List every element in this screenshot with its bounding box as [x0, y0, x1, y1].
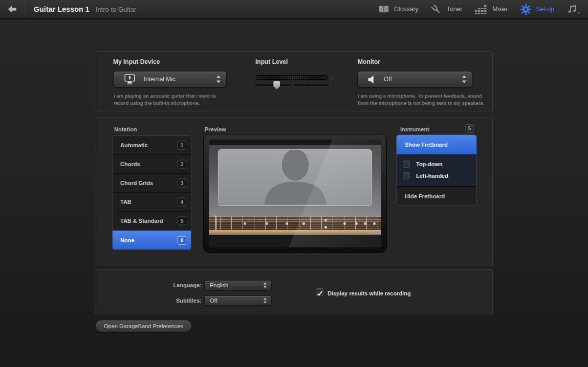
monitor-value: Off [384, 76, 392, 83]
show-fretboard-button[interactable]: Show Fretboard [397, 135, 476, 154]
titlebar: Guitar Lesson 1 Intro to Guitar Glossary… [0, 0, 588, 19]
back-arrow-icon [7, 5, 17, 14]
fret-dot [373, 222, 376, 225]
notation-item-label: Chords [120, 161, 140, 167]
input-device-value: Internal Mic [144, 76, 176, 83]
notation-item-tab[interactable]: TAB 4 [113, 193, 191, 212]
monitor-dropdown[interactable]: Off [357, 71, 472, 87]
notation-item-chord-grids[interactable]: Chord Grids 3 [113, 174, 191, 193]
nav-setup-label: Set-up [536, 6, 554, 13]
key-badge: 0 [178, 236, 186, 244]
hide-fretboard-button[interactable]: Hide Fretboard [397, 186, 476, 205]
language-label: Language: [150, 282, 202, 288]
teacher-video-placeholder [218, 149, 372, 206]
nav-tuner[interactable]: Tuner [430, 4, 462, 15]
notation-item-label: Chord Grids [120, 180, 153, 186]
audio-setup-panel: My Input Device Internal Mic I am playin… [95, 51, 493, 111]
guitar-fretboard [209, 216, 381, 230]
nav-mixer-label: Mixer [492, 6, 507, 13]
fretboard-options: Top-down Left-handed [397, 154, 476, 186]
notation-item-tab-standard[interactable]: TAB & Standard 5 [113, 212, 191, 231]
subtitles-dropdown[interactable]: Off [204, 295, 272, 306]
input-level-meter [255, 75, 328, 80]
key-badge: 5 [178, 217, 186, 225]
stepper-arrows-icon [264, 283, 267, 288]
mixer-icon [474, 4, 488, 14]
preview-top-strip [209, 140, 381, 145]
stepper-arrows-icon [216, 76, 221, 83]
subtitles-value: Off [210, 297, 217, 304]
fret-dot [266, 222, 268, 225]
fret-dot [244, 222, 246, 225]
notation-item-none[interactable]: None 0 [113, 231, 191, 249]
notation-item-chords[interactable]: Chords 2 [113, 155, 191, 174]
nav-glossary[interactable]: Glossary [378, 5, 418, 14]
book-icon [378, 5, 389, 14]
preview-screen [209, 140, 381, 247]
left-handed-checkbox[interactable] [403, 172, 410, 179]
top-down-label: Top-down [416, 161, 443, 167]
subtitles-label: Subtitles: [150, 297, 202, 304]
input-level-heading: Input Level [255, 58, 288, 65]
instrument-heading: Instrument [400, 126, 429, 132]
nav-setup[interactable]: Set-up [520, 4, 554, 15]
display-results-checkbox[interactable] [316, 288, 323, 296]
notation-item-label: TAB [120, 199, 132, 205]
back-button[interactable] [0, 0, 25, 18]
option-left-handed: Left-handed [397, 170, 476, 181]
input-device-description: I am playing an acoustic guitar that I w… [114, 93, 232, 107]
input-device-dropdown[interactable]: Internal Mic [113, 71, 227, 87]
notation-item-label: TAB & Standard [120, 218, 163, 224]
gear-icon [520, 4, 532, 15]
slider-tick [311, 84, 311, 86]
lesson-display-panel: Notation Automatic 1 Chords 2 Chord Grid… [95, 118, 493, 266]
option-top-down: Top-down [397, 158, 476, 170]
slider-tick [329, 84, 330, 86]
notation-item-label: Automatic [120, 142, 148, 148]
preview-bottom-bar [209, 235, 381, 247]
open-preferences-label: Open GarageBand Preferences [104, 323, 183, 329]
key-badge: 3 [178, 179, 186, 188]
fret-dot [355, 222, 358, 225]
tuning-fork-icon [430, 4, 442, 15]
key-badge: 2 [178, 160, 186, 169]
lesson-title: Guitar Lesson 1 [34, 5, 90, 13]
stepper-arrows-icon [462, 76, 467, 83]
open-preferences-button[interactable]: Open GarageBand Preferences [95, 320, 192, 332]
language-panel: Language: English Subtitles: Off Display… [95, 269, 493, 314]
key-badge: 1 [178, 141, 186, 150]
stepper-arrows-icon [264, 298, 267, 304]
fret-dot [324, 219, 327, 221]
music-notes-icon [567, 4, 580, 15]
language-value: English [210, 282, 228, 288]
video-preview [204, 134, 386, 253]
input-level-slider[interactable] [255, 84, 330, 86]
lesson-subtitle: Intro to Guitar [96, 6, 136, 13]
instrument-card: Show Fretboard Top-down [397, 135, 476, 205]
display-mic-icon [123, 74, 137, 85]
guitar-neck [209, 230, 381, 234]
notation-item-label: None [120, 237, 135, 243]
input-device-heading: My Input Device [113, 58, 160, 65]
notation-heading: Notation [114, 126, 137, 132]
guitar-nut [215, 216, 216, 230]
top-down-checkbox[interactable] [403, 160, 410, 168]
clip-indicator-led [331, 76, 334, 79]
notation-list: Automatic 1 Chords 2 Chord Grids 3 TAB 4… [112, 135, 191, 250]
fret-dot [343, 222, 346, 225]
nav-mixer[interactable]: Mixer [474, 4, 507, 14]
input-level-handle[interactable] [273, 81, 280, 89]
display-results-label: Display results while recording [328, 290, 411, 296]
notation-item-automatic[interactable]: Automatic 1 [113, 136, 191, 155]
left-handed-label: Left-handed [416, 173, 448, 179]
nav-instrument-menu[interactable] [567, 4, 580, 15]
fret-dot [286, 222, 288, 225]
preview-heading: Preview [205, 126, 226, 132]
slider-tick [292, 84, 293, 86]
topbar-nav: Glossary Tuner Mixer [366, 4, 588, 15]
key-badge: 4 [178, 198, 186, 207]
nav-tuner-label: Tuner [446, 6, 462, 13]
language-dropdown[interactable]: English [204, 280, 272, 290]
nav-glossary-label: Glossary [394, 6, 418, 13]
fret-dot [324, 226, 327, 228]
